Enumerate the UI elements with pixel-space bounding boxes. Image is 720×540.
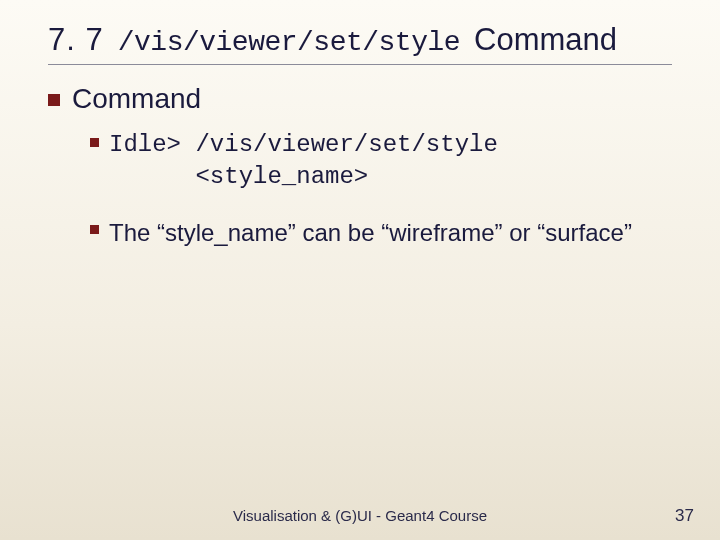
title-suffix: Command — [474, 22, 617, 58]
desc-pre: The — [109, 219, 157, 246]
code-argument: <style_name> — [195, 163, 368, 190]
desc-or: or — [503, 219, 538, 246]
slide: 7. 7 /vis/viewer/set/style Command Comma… — [0, 0, 720, 540]
desc-stylename: “style_name” — [157, 219, 296, 246]
desc-mid: can be — [296, 219, 381, 246]
square-bullet-icon — [90, 138, 99, 147]
square-bullet-icon — [48, 94, 60, 106]
bullet-level-3: The “style_name” can be “wireframe” or “… — [90, 216, 672, 251]
section-number: 7. 7 — [48, 22, 104, 58]
bullet-level-1: Command — [48, 83, 672, 115]
command-heading: Command — [72, 83, 201, 115]
page-number: 37 — [675, 506, 694, 526]
bullet-level-2: Idle> /vis/viewer/set/style <style_name> — [90, 129, 672, 194]
code-example: Idle> /vis/viewer/set/style <style_name> — [109, 129, 498, 194]
desc-wireframe: “wireframe” — [381, 219, 502, 246]
description-text: The “style_name” can be “wireframe” or “… — [109, 216, 632, 251]
footer-text: Visualisation & (G)UI - Geant4 Course — [233, 507, 487, 524]
title-command: /vis/viewer/set/style — [118, 27, 460, 58]
footer: Visualisation & (G)UI - Geant4 Course — [0, 507, 720, 524]
desc-surface: “surface” — [537, 219, 632, 246]
code-prompt: Idle> — [109, 131, 195, 158]
slide-title: 7. 7 /vis/viewer/set/style Command — [48, 22, 672, 58]
title-rule — [48, 64, 672, 65]
square-bullet-icon — [90, 225, 99, 234]
code-command: /vis/viewer/set/style — [195, 131, 497, 158]
